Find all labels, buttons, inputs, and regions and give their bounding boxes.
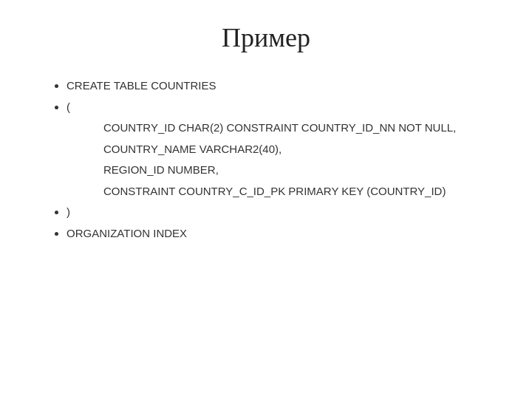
list-item: COUNTRY_ID CHAR(2) CONSTRAINT COUNTRY_ID… — [81, 117, 495, 139]
list-item: ( — [66, 97, 495, 118]
page: Пример CREATE TABLE COUNTRIES(COUNTRY_ID… — [0, 0, 532, 399]
list-item: CREATE TABLE COUNTRIES — [66, 75, 495, 97]
list-item: COUNTRY_NAME VARCHAR2(40), — [81, 139, 495, 160]
page-title: Пример — [37, 22, 495, 53]
list-item: CONSTRAINT COUNTRY_C_ID_PK PRIMARY KEY (… — [81, 181, 495, 202]
list-item: ORGANIZATION INDEX — [66, 223, 495, 245]
content-area: CREATE TABLE COUNTRIES(COUNTRY_ID CHAR(2… — [37, 75, 495, 244]
list-item: REGION_ID NUMBER, — [81, 160, 495, 181]
bullet-list: CREATE TABLE COUNTRIES(COUNTRY_ID CHAR(2… — [52, 75, 495, 244]
list-item: ) — [66, 202, 495, 223]
